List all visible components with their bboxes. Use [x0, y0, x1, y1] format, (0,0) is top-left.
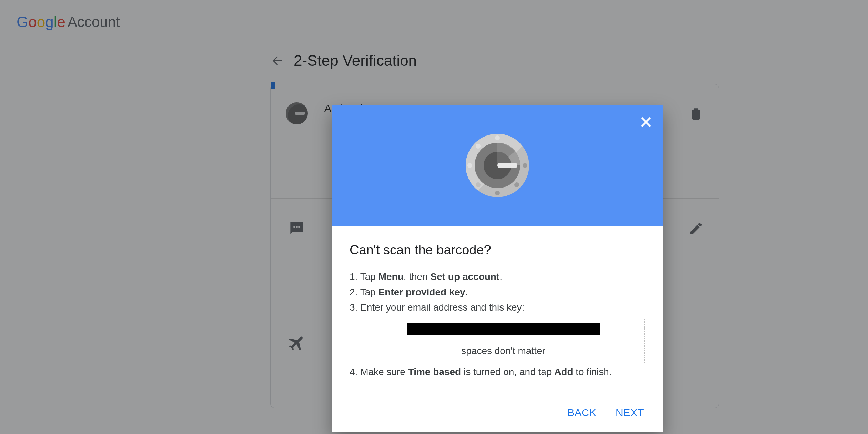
- text: 1. Tap: [350, 271, 379, 282]
- svg-point-14: [476, 182, 481, 187]
- modal-title: Can't scan the barcode?: [350, 243, 645, 258]
- modal-steps: 1. Tap Menu, then Set up account. 2. Tap…: [350, 270, 645, 379]
- text-bold: Menu: [379, 271, 404, 282]
- text: 4. Make sure: [350, 366, 408, 377]
- text: to finish.: [573, 366, 612, 377]
- svg-point-9: [495, 191, 500, 195]
- text-bold: Enter provided key: [379, 287, 465, 297]
- secret-key-note: spaces don't matter: [461, 345, 545, 356]
- modal-footer: BACK NEXT: [332, 394, 663, 432]
- svg-rect-7: [497, 163, 517, 168]
- svg-point-13: [514, 144, 519, 149]
- next-button[interactable]: NEXT: [616, 407, 644, 418]
- svg-point-10: [467, 163, 472, 168]
- modal-header: [332, 105, 663, 226]
- modal-body: Can't scan the barcode? 1. Tap Menu, the…: [332, 226, 663, 394]
- text-bold: Set up account: [431, 271, 500, 282]
- authenticator-modal: Can't scan the barcode? 1. Tap Menu, the…: [332, 105, 663, 432]
- text: is turned on, and tap: [461, 366, 554, 377]
- authenticator-large-icon: [463, 131, 532, 200]
- text: .: [499, 271, 502, 282]
- secret-key-box[interactable]: spaces don't matter: [362, 319, 645, 363]
- text: .: [465, 287, 468, 297]
- secret-key-redacted: [407, 323, 600, 335]
- close-icon[interactable]: [638, 114, 654, 130]
- step-1: 1. Tap Menu, then Set up account.: [350, 270, 645, 284]
- text: 2. Tap: [350, 287, 379, 297]
- text-bold: Time based: [408, 366, 461, 377]
- step-4: 4. Make sure Time based is turned on, an…: [350, 365, 645, 379]
- text: , then: [404, 271, 431, 282]
- back-button[interactable]: BACK: [567, 407, 596, 418]
- svg-point-8: [495, 135, 500, 140]
- svg-point-15: [514, 182, 519, 187]
- step-2: 2. Tap Enter provided key.: [350, 285, 645, 300]
- step-3: 3. Enter your email address and this key…: [350, 301, 645, 315]
- svg-point-12: [476, 144, 481, 149]
- svg-point-11: [523, 163, 527, 168]
- text-bold: Add: [554, 366, 573, 377]
